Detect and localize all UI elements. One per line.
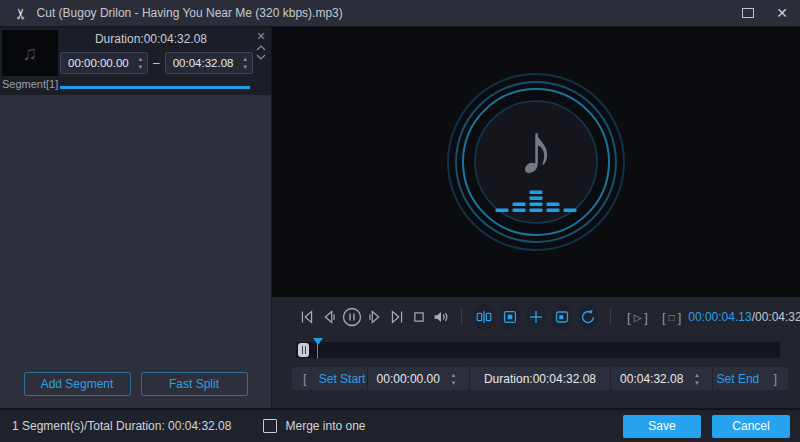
divider — [461, 309, 462, 325]
segment-thumbnail: ♫ — [2, 30, 58, 76]
end-bracket: ] — [762, 371, 788, 386]
music-note-icon: ♪ — [518, 109, 554, 189]
scissors-icon: ✂ — [13, 7, 28, 20]
playhead-line — [317, 342, 318, 358]
cut-dialog: ✂ Cut (Bugoy Drilon - Having You Near Me… — [0, 0, 800, 442]
cancel-button[interactable]: Cancel — [712, 415, 790, 438]
segment-start-stepper[interactable]: ▲ ▼ — [134, 56, 147, 70]
set-start-button[interactable]: Set Start — [318, 372, 367, 386]
save-button[interactable]: Save — [623, 415, 701, 438]
spinner-up-icon[interactable]: ▲ — [694, 372, 700, 378]
trim-duration-label: Duration:00:04:32.08 — [470, 372, 610, 386]
trim-controls-bar: [ Set Start 00:00:00.00 ▲ ▼ Duration:00:… — [292, 367, 788, 390]
trim-start-time-field[interactable]: 00:00:00.00 ▲ ▼ — [368, 372, 469, 386]
reset-button[interactable] — [578, 304, 598, 330]
total-duration-summary: 1 Segment(s)/Total Duration: 00:04:32.08 — [12, 419, 231, 433]
bracket-close: ] — [644, 310, 648, 325]
music-notes-icon: ♫ — [23, 42, 38, 65]
divider — [610, 309, 611, 325]
bracket-open: [ — [662, 310, 666, 325]
stop-button[interactable] — [408, 304, 430, 330]
previous-button[interactable] — [296, 304, 318, 330]
spinner-down-icon[interactable]: ▼ — [694, 380, 700, 386]
start-bracket: [ — [292, 371, 318, 386]
spinner-up-icon[interactable]: ▲ — [138, 56, 144, 62]
fast-split-button[interactable]: Fast Split — [141, 372, 248, 396]
transport-controls: [ ▷ ] [ □ ] 00:00:04.13/00:04:32.03 — [272, 297, 800, 337]
audio-artwork: ♪ — [436, 62, 636, 262]
play-segment-button[interactable]: [ ▷ ] — [627, 310, 648, 325]
timeline-row — [272, 337, 800, 363]
segment-progress-bar — [60, 86, 250, 89]
segment-end-stepper[interactable]: ▲ ▼ — [239, 56, 252, 70]
trim-handle[interactable] — [298, 343, 309, 357]
frame-select-button[interactable] — [500, 304, 520, 330]
add-button[interactable] — [526, 304, 546, 330]
segment-start-time-field[interactable]: ▲ ▼ — [60, 52, 148, 74]
playhead-marker[interactable] — [313, 338, 323, 350]
segment-end-input[interactable] — [166, 57, 239, 69]
crop-button[interactable] — [552, 304, 572, 330]
segment-item[interactable]: ♫ Duration:00:04:32.08 ▲ ▼ – — [0, 27, 271, 95]
player-panel: ♪ — [272, 27, 800, 408]
volume-button[interactable] — [430, 304, 452, 330]
set-end-button[interactable]: Set End — [713, 372, 762, 386]
trim-start-stepper[interactable]: ▲ ▼ — [447, 372, 460, 386]
spinner-down-icon[interactable]: ▼ — [242, 64, 248, 70]
segment-start-input[interactable] — [61, 57, 134, 69]
audio-preview-area: ♪ — [272, 27, 800, 297]
trim-end-time-field[interactable]: 00:04:32.08 ▲ ▼ — [611, 372, 712, 386]
close-icon[interactable]: ✕ — [776, 6, 788, 20]
fast-forward-button[interactable] — [364, 304, 386, 330]
time-display: 00:00:04.13/00:04:32.03 — [688, 310, 800, 324]
add-segment-button[interactable]: Add Segment — [24, 372, 131, 396]
stop-square-icon: □ — [669, 312, 675, 323]
window-title: Cut (Bugoy Drilon - Having You Near Me (… — [37, 6, 343, 20]
merge-into-one-label[interactable]: Merge into one — [285, 419, 365, 433]
segment-list-empty-area — [0, 95, 271, 372]
trim-end-value[interactable]: 00:04:32.08 — [620, 372, 683, 386]
range-separator: – — [148, 56, 165, 70]
spinner-down-icon[interactable]: ▼ — [450, 380, 456, 386]
current-time: 00:00:04.13 — [688, 310, 751, 324]
total-time: 00:04:32.03 — [755, 310, 800, 324]
move-down-icon[interactable] — [256, 54, 266, 60]
delete-segment-icon[interactable]: ✕ — [256, 31, 265, 42]
play-triangle-icon: ▷ — [634, 312, 642, 323]
footer-bar: 1 Segment(s)/Total Duration: 00:04:32.08… — [0, 408, 800, 442]
timeline-track[interactable] — [296, 342, 780, 358]
segment-name-label: Segment[1] — [2, 78, 58, 90]
next-button[interactable] — [386, 304, 408, 330]
segment-end-time-field[interactable]: ▲ ▼ — [165, 52, 253, 74]
maximize-icon[interactable] — [742, 8, 754, 18]
merge-into-one-checkbox[interactable] — [263, 419, 277, 433]
split-button[interactable] — [474, 304, 494, 330]
spinner-up-icon[interactable]: ▲ — [450, 372, 456, 378]
spinner-down-icon[interactable]: ▼ — [138, 64, 144, 70]
spinner-up-icon[interactable]: ▲ — [242, 56, 248, 62]
pause-button[interactable] — [340, 304, 364, 330]
trim-start-value[interactable]: 00:00:00.00 — [377, 372, 440, 386]
bracket-close: ] — [678, 310, 682, 325]
bracket-open: [ — [627, 310, 631, 325]
rewind-button[interactable] — [318, 304, 340, 330]
stop-segment-button[interactable]: [ □ ] — [662, 310, 681, 325]
move-up-icon[interactable] — [256, 45, 266, 51]
trim-end-stepper[interactable]: ▲ ▼ — [690, 372, 703, 386]
segment-duration-label: Duration:00:04:32.08 — [60, 32, 242, 46]
titlebar: ✂ Cut (Bugoy Drilon - Having You Near Me… — [0, 0, 800, 27]
segment-panel: ♫ Duration:00:04:32.08 ▲ ▼ – — [0, 27, 272, 408]
